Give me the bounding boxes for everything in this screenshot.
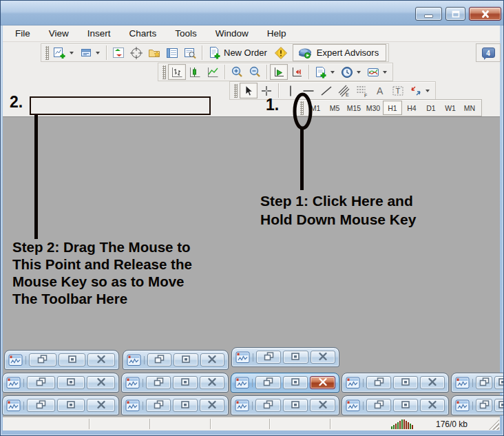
- profiles-dropdown[interactable]: [96, 52, 100, 54]
- menu-item-insert[interactable]: Insert: [87, 28, 111, 39]
- new-chart-dropdown[interactable]: [70, 52, 74, 54]
- mini-close-button[interactable]: [420, 399, 445, 412]
- charts-toolbar-grip[interactable]: [162, 65, 166, 79]
- mini-maximize-button[interactable]: [393, 399, 418, 412]
- alerts-button[interactable]: [272, 45, 290, 61]
- mini-restore-button[interactable]: [27, 399, 55, 412]
- expert-advisors-panel[interactable]: Expert Advisors: [293, 44, 386, 61]
- minimized-chart-window[interactable]: [2, 395, 119, 415]
- menu-item-help[interactable]: Help: [267, 28, 286, 39]
- timeframe-d1-button[interactable]: D1: [421, 101, 441, 115]
- auto-scroll-button[interactable]: [270, 64, 288, 80]
- mini-close-button[interactable]: [310, 376, 335, 389]
- bar-chart-button[interactable]: [168, 64, 186, 80]
- mini-close-button[interactable]: [200, 399, 224, 412]
- maximize-button[interactable]: [445, 7, 465, 21]
- mini-maximize-button[interactable]: [57, 399, 85, 412]
- mini-restore-button[interactable]: [255, 399, 281, 412]
- minimized-chart-window[interactable]: [121, 395, 229, 415]
- menu-item-view[interactable]: View: [49, 28, 69, 39]
- mini-close-button[interactable]: [420, 376, 445, 389]
- menu-item-tools[interactable]: Tools: [175, 28, 197, 39]
- timeframe-m15-button[interactable]: M15: [344, 101, 364, 115]
- data-window-button[interactable]: [181, 45, 199, 61]
- line-chart-button[interactable]: [204, 64, 222, 80]
- equidistant-channel-button[interactable]: E: [335, 83, 353, 98]
- mini-restore-button[interactable]: [29, 353, 56, 366]
- text-label-button[interactable]: T: [389, 83, 407, 98]
- mini-maximize-button[interactable]: [57, 376, 85, 389]
- arrows-button[interactable]: [407, 83, 425, 98]
- minimized-chart-window[interactable]: [231, 347, 339, 367]
- mini-restore-button[interactable]: [256, 351, 281, 364]
- mini-restore-button[interactable]: [146, 399, 171, 412]
- periods-dropdown[interactable]: [357, 71, 361, 74]
- timeframe-h4-button[interactable]: H4: [402, 101, 421, 115]
- timeframe-h1-button[interactable]: H1: [383, 101, 402, 115]
- minimized-chart-window[interactable]: [451, 395, 504, 415]
- crosshair-target-button[interactable]: [127, 45, 145, 61]
- minimized-chart-window[interactable]: [4, 350, 119, 370]
- resize-grip[interactable]: [489, 419, 499, 430]
- templates-dropdown[interactable]: [330, 71, 335, 74]
- minimize-button[interactable]: [415, 7, 442, 21]
- minimized-chart-window[interactable]: [342, 373, 449, 393]
- indicators-button[interactable]: [364, 64, 382, 80]
- menu-item-window[interactable]: Window: [216, 28, 249, 39]
- zoom-in-button[interactable]: [228, 64, 246, 80]
- fibonacci-button[interactable]: F: [353, 83, 371, 98]
- minimized-chart-window[interactable]: [121, 373, 229, 393]
- minimized-chart-window[interactable]: [231, 395, 339, 415]
- mini-maximize-button[interactable]: [173, 399, 198, 412]
- mini-maximize-button[interactable]: [283, 351, 308, 364]
- indicators-dropdown[interactable]: [383, 71, 387, 74]
- timeframe-mn-button[interactable]: MN: [460, 101, 479, 115]
- mini-close-button[interactable]: [310, 399, 335, 412]
- close-button[interactable]: [469, 7, 501, 21]
- minimized-chart-window-active[interactable]: [231, 373, 339, 393]
- market-watch-button[interactable]: [163, 45, 181, 61]
- mini-restore-button[interactable]: [146, 376, 171, 389]
- profiles-button[interactable]: [77, 45, 95, 61]
- mini-close-button[interactable]: [87, 376, 115, 389]
- minimized-chart-window[interactable]: [123, 350, 229, 370]
- timeframe-m5-button[interactable]: M5: [325, 101, 344, 115]
- new-order-button[interactable]: New Order: [205, 45, 272, 61]
- mini-restore-button[interactable]: [147, 353, 171, 366]
- text-button[interactable]: A: [371, 83, 389, 98]
- timeframe-w1-button[interactable]: W1: [441, 101, 460, 115]
- mini-restore-button[interactable]: [366, 399, 391, 412]
- mini-maximize-button[interactable]: [174, 353, 198, 366]
- standard-toolbar-grip[interactable]: [45, 46, 49, 60]
- periods-button[interactable]: [338, 64, 356, 80]
- cursor-button[interactable]: [240, 83, 258, 98]
- line_studies-toolbar-grip[interactable]: [234, 84, 238, 98]
- chart-shift-button[interactable]: [288, 64, 306, 80]
- mini-close-button[interactable]: [200, 376, 224, 389]
- timeframe-m1-button[interactable]: M1: [306, 101, 325, 115]
- mini-restore-button[interactable]: [476, 399, 492, 412]
- timeframe-m30-button[interactable]: M30: [364, 101, 383, 115]
- menu-item-charts[interactable]: Charts: [129, 28, 157, 39]
- mini-close-button[interactable]: [87, 399, 115, 412]
- templates-button[interactable]: [312, 64, 330, 80]
- tick-chart-button[interactable]: [109, 45, 127, 61]
- horizontal-line-button[interactable]: [300, 83, 317, 98]
- minimized-chart-window[interactable]: [342, 395, 449, 415]
- title-bar[interactable]: [1, 1, 504, 25]
- zoom-out-button[interactable]: [246, 64, 264, 80]
- timeframes-toolbar-grip[interactable]: [300, 101, 304, 115]
- mini-restore-button[interactable]: [27, 376, 55, 389]
- history-center-button[interactable]: [145, 45, 163, 61]
- menu-item-file[interactable]: File: [15, 28, 30, 39]
- mini-close-button[interactable]: [311, 351, 335, 364]
- mini-close-button[interactable]: [200, 353, 224, 366]
- mini-restore-button[interactable]: [476, 376, 492, 389]
- mini-maximize-button[interactable]: [283, 399, 308, 412]
- mini-maximize-button[interactable]: [494, 399, 504, 412]
- mini-close-button[interactable]: [87, 353, 115, 366]
- mini-maximize-button[interactable]: [283, 376, 308, 389]
- arrows-dropdown[interactable]: [426, 90, 430, 92]
- vertical-line-button[interactable]: [282, 83, 300, 98]
- mini-maximize-button[interactable]: [173, 376, 198, 389]
